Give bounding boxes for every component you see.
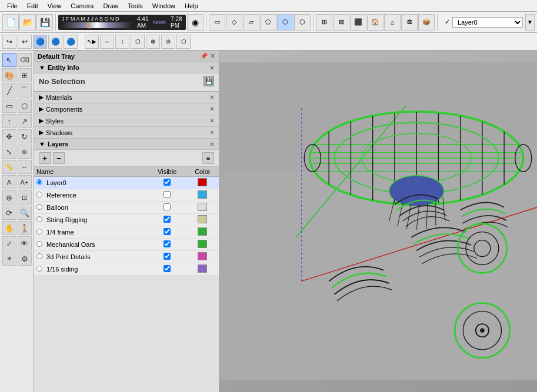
shape2-button[interactable]: ◇	[226, 14, 242, 31]
layer-radio[interactable]	[36, 192, 42, 197]
layer-visible-checkbox[interactable]	[164, 203, 171, 210]
rotate-tool-button[interactable]: ↻	[18, 129, 32, 143]
3dtext-tool-button[interactable]: A+	[18, 175, 32, 189]
select-tool-button[interactable]: ↖	[2, 53, 16, 67]
layers-section-header[interactable]: ▼ Layers ✕	[34, 139, 219, 150]
layer-row[interactable]: Mechanical Oars	[34, 239, 219, 251]
layer-row[interactable]: 3d Print Details	[34, 251, 219, 263]
tb2-btn1[interactable]: ↪	[2, 35, 16, 49]
zoom-tool-button[interactable]: 🔍	[18, 206, 32, 220]
layer-dropdown[interactable]: Layer0	[452, 17, 523, 28]
layer-radio[interactable]	[36, 266, 42, 272]
remove-layer-button[interactable]: −	[53, 152, 65, 164]
layer-row[interactable]: Reference	[34, 189, 219, 202]
text-tool-button[interactable]: A	[2, 175, 16, 189]
tray-pin-button[interactable]: 📌	[200, 52, 208, 59]
layer-row[interactable]: Layer0	[34, 177, 219, 189]
open-button[interactable]: 📂	[19, 14, 36, 31]
menu-camera[interactable]: Camera	[66, 2, 98, 9]
zoomext-tool-button[interactable]: ⤢	[2, 236, 16, 250]
layer-color-swatch[interactable]	[198, 215, 207, 223]
layer-visible-checkbox[interactable]	[164, 179, 171, 186]
shadow-tool-button[interactable]: ☀	[2, 252, 16, 266]
tray-close-button[interactable]: ✕	[210, 52, 215, 59]
layer-visible-checkbox[interactable]	[164, 240, 171, 247]
section-tool-button[interactable]: ⊡	[18, 190, 32, 205]
menu-edit[interactable]: Edit	[22, 2, 43, 9]
pushpull-tool-button[interactable]: ↑	[2, 114, 16, 128]
add-layer-button[interactable]: +	[39, 152, 51, 164]
line-tool-button[interactable]: ╱	[2, 83, 16, 98]
layer-color-swatch[interactable]	[198, 190, 207, 199]
components-close-btn[interactable]: ✕	[209, 106, 214, 112]
tb2-btn12[interactable]: ⬡	[176, 35, 191, 49]
layer-visible-checkbox[interactable]	[164, 216, 171, 223]
offset-tool-button[interactable]: ⊚	[18, 145, 32, 159]
layer-row[interactable]: String Rigging	[34, 214, 219, 226]
layer-visible-checkbox[interactable]	[164, 228, 171, 235]
tb2-btn6[interactable]: ↖▶	[85, 35, 99, 49]
tb2-btn4[interactable]: 🔵	[48, 35, 62, 49]
menu-window[interactable]: Window	[148, 2, 180, 9]
layer-color-swatch[interactable]	[198, 203, 207, 211]
layer-visible-checkbox[interactable]	[164, 191, 171, 198]
new-button[interactable]: 📄	[2, 14, 19, 31]
layer-color-swatch[interactable]	[198, 252, 207, 260]
tb2-btn3[interactable]: 🔵	[33, 35, 47, 49]
entity-info-close-btn[interactable]: ✕	[209, 65, 214, 71]
scale-tool-button[interactable]: ⤡	[2, 145, 16, 159]
shape1-button[interactable]: ▭	[209, 14, 225, 31]
pan-tool-button[interactable]: ✋	[2, 221, 16, 235]
styles-section-header[interactable]: ▶ Styles ✕	[34, 115, 219, 127]
layer-dropdown-arrow[interactable]: ▼	[525, 14, 535, 31]
mat1-button[interactable]: ⊞	[316, 14, 332, 31]
layers-settings-button[interactable]: ≡	[202, 152, 214, 164]
menu-tools[interactable]: Tools	[123, 2, 148, 9]
mat3-button[interactable]: ⬛	[350, 14, 366, 31]
axes-tool-button[interactable]: ⊕	[2, 190, 16, 205]
paint-tool-button[interactable]: 🎨	[2, 68, 16, 82]
layer-radio[interactable]	[36, 179, 42, 185]
dimension-tool-button[interactable]: ↔	[18, 160, 32, 174]
menu-help[interactable]: Help	[180, 2, 203, 9]
layer-visible-checkbox[interactable]	[164, 253, 171, 260]
layer-row[interactable]: Balloon	[34, 202, 219, 214]
save-button[interactable]: 💾	[36, 14, 53, 31]
shape3-button[interactable]: ▱	[243, 14, 259, 31]
materials-close-btn[interactable]: ✕	[209, 94, 214, 100]
layer-color-swatch[interactable]	[198, 264, 207, 273]
orbit-tool-button[interactable]: ⟳	[2, 206, 16, 220]
entity-save-button[interactable]: 💾	[204, 76, 214, 86]
tb2-btn9[interactable]: ⬡	[131, 35, 145, 49]
mat7-button[interactable]: 📦	[418, 14, 435, 31]
mat6-button[interactable]: 🏚	[401, 14, 418, 31]
layer-color-swatch[interactable]	[198, 178, 207, 186]
styles-close-btn[interactable]: ✕	[209, 118, 214, 124]
viewport[interactable]	[219, 51, 537, 392]
layers-close-btn[interactable]: ✕	[209, 141, 214, 148]
component-tool-button[interactable]: ⊞	[18, 68, 32, 82]
shape4-button[interactable]: ⬠	[260, 14, 276, 31]
tb2-btn11[interactable]: ⊘	[161, 35, 175, 49]
tb2-btn5[interactable]: 🔵	[64, 35, 78, 49]
layer-row[interactable]: 1/4 frame	[34, 226, 219, 239]
mat5-button[interactable]: ⌂	[384, 14, 401, 31]
walk-tool-button[interactable]: 🚶	[18, 221, 32, 235]
tape-tool-button[interactable]: 📏	[2, 160, 16, 174]
tb2-btn2[interactable]: ↩	[18, 35, 32, 49]
menu-file[interactable]: File	[2, 2, 22, 9]
shape5-button[interactable]: ⬡	[277, 14, 293, 31]
layer-visible-checkbox[interactable]	[164, 265, 171, 272]
shadows-close-btn[interactable]: ✕	[209, 129, 214, 136]
rectangle-tool-button[interactable]: ▭	[2, 99, 16, 113]
settings-tool-button[interactable]: ⚙	[18, 252, 32, 266]
move-tool-button[interactable]: ✥	[2, 129, 16, 143]
eye-tool-button[interactable]: 👁	[18, 236, 32, 250]
tb2-btn8[interactable]: ↕	[115, 35, 129, 49]
shadows-section-header[interactable]: ▶ Shadows ✕	[34, 127, 219, 139]
menu-view[interactable]: View	[43, 2, 66, 9]
layer-color-swatch[interactable]	[198, 227, 207, 236]
eraser-tool-button[interactable]: ⌫	[18, 53, 32, 67]
polygon-tool-button[interactable]: ⬡	[18, 99, 32, 113]
arc-tool-button[interactable]: ⌒	[18, 83, 32, 98]
